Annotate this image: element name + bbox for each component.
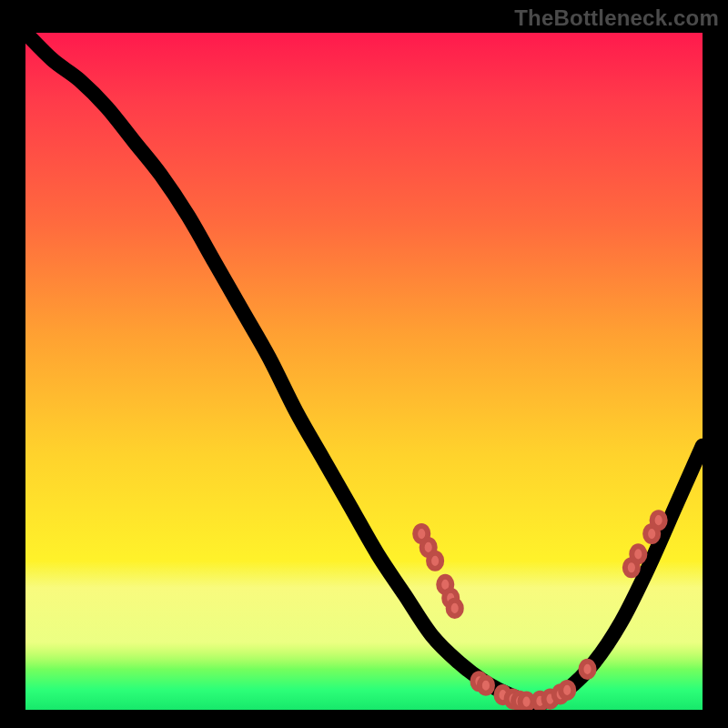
data-point: [632, 546, 644, 561]
data-point: [561, 682, 573, 698]
data-point: [449, 601, 461, 616]
data-point: [581, 662, 593, 677]
attribution-label: TheBottleneck.com: [514, 5, 719, 31]
bottleneck-curve: [25, 33, 703, 703]
data-point: [652, 512, 665, 528]
plot-area: [25, 33, 703, 710]
curve-layer: [25, 33, 703, 710]
chart-frame: TheBottleneck.com: [0, 0, 728, 728]
data-point: [429, 553, 441, 569]
data-point: [480, 678, 492, 693]
